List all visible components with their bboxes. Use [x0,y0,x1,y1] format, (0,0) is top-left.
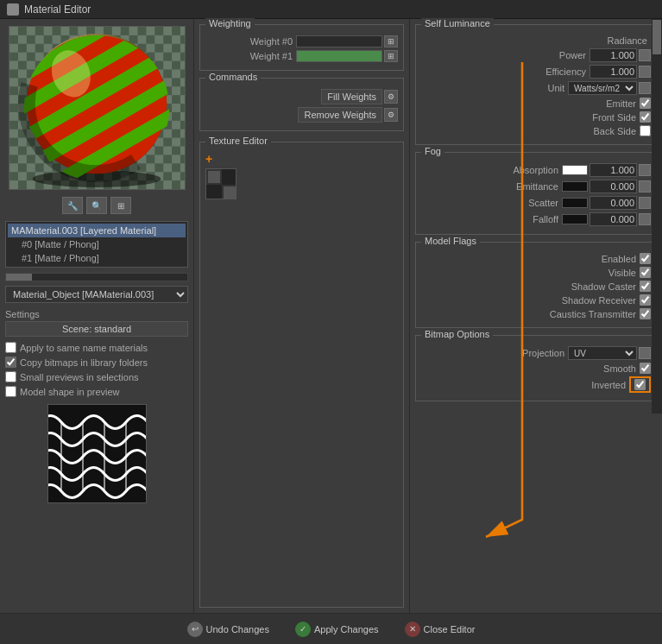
falloff-label: Falloff [533,214,558,224]
apply-icon: ✓ [295,622,311,637]
fill-weights-icon[interactable]: ⚙ [384,90,398,104]
emittance-label: Emittance [516,181,558,192]
falloff-input[interactable] [589,212,637,226]
material-tree-header[interactable]: MAMaterial.003 [Layered Material] [8,224,186,237]
smooth-row: Smooth [421,363,651,374]
falloff-color[interactable] [562,214,588,224]
model-flags-content: Enabled Visible Shadow Caster Shadow Rec… [416,243,656,327]
scatter-color[interactable] [562,198,588,208]
remove-weights-row: Remove Weights ⚙ [205,107,398,123]
weight-bar-1 [296,50,382,62]
texture-thumbnail [205,168,236,199]
projection-dropdown[interactable]: UV [568,346,637,360]
emittance-color[interactable] [562,181,588,192]
model-flags-title: Model Flags [421,236,480,246]
radiance-row: Radiance [421,35,651,46]
magnifier-button[interactable]: 🔍 [86,197,107,214]
checkbox-copy: Copy bitmaps in library folders [5,357,188,368]
scrollbar-thumb[interactable] [6,274,32,281]
weight-row-1: Weight #1 ⊞ [205,50,398,62]
back-side-checkbox[interactable] [640,125,651,136]
svg-rect-26 [224,186,236,199]
checkbox-apply-input[interactable] [5,342,16,353]
commands-content: Fill Weights ⚙ Remove Weights ⚙ [200,79,403,130]
smooth-label: Smooth [603,363,636,374]
weight-icon-1[interactable]: ⊞ [384,50,398,62]
checkbox-copy-label: Copy bitmaps in library folders [20,357,148,368]
unit-label: Unit [547,83,564,93]
unit-dropdown[interactable]: Watts/sr/m2 [568,81,637,95]
bottom-bar: ↩ Undo Changes ✓ Apply Changes ✕ Close E… [0,613,662,644]
efficiency-icon[interactable] [639,66,651,78]
fill-weights-button[interactable]: Fill Weights [321,89,382,104]
commands-title: Commands [205,72,261,82]
remove-weights-button[interactable]: Remove Weights [298,107,382,123]
undo-changes-button[interactable]: ↩ Undo Changes [187,622,269,637]
smooth-checkbox[interactable] [640,363,651,374]
apply-changes-button[interactable]: ✓ Apply Changes [295,622,379,637]
inverted-checkbox[interactable] [634,379,646,390]
texture-thumb-svg [206,169,236,199]
material-sub-item-0[interactable]: #0 [Matte / Phong] [8,237,186,251]
back-side-row: Back Side [421,125,651,136]
unit-icon[interactable] [639,82,651,94]
commands-group: Commands Fill Weights ⚙ Remove Weights ⚙ [199,78,404,131]
checkbox-copy-input[interactable] [5,357,16,368]
emittance-input[interactable] [589,180,637,193]
weighting-title: Weighting [205,18,255,28]
close-editor-button[interactable]: ✕ Close Editor [405,622,476,637]
horizontal-scrollbar[interactable] [5,273,188,281]
bitmap-options-group: Bitmap Options Projection UV Smooth [415,335,657,401]
close-label: Close Editor [424,624,476,635]
shadow-caster-row: Shadow Caster [421,281,651,292]
self-luminance-content: Radiance Power Efficiency Unit [416,25,656,144]
shadow-receiver-checkbox[interactable] [640,294,651,306]
right-scrollbar[interactable] [652,19,662,414]
caustics-transmitter-checkbox[interactable] [640,308,651,319]
absorption-icon[interactable] [639,164,651,176]
right-scrollbar-thumb[interactable] [653,20,661,54]
absorption-label: Absorption [513,165,558,175]
close-icon: ✕ [405,622,420,637]
absorption-color[interactable] [562,165,588,175]
title-bar: Material Editor [0,0,662,19]
preview-area [9,26,186,190]
scatter-row: Scatter [421,196,651,210]
efficiency-input[interactable] [589,65,637,79]
projection-icon[interactable] [639,347,651,359]
material-object-dropdown-row: Material_Object [MAMaterial.003] [5,286,188,303]
layers-button[interactable]: ⊞ [110,197,131,214]
wrench-button[interactable]: 🔧 [62,197,83,214]
unit-row: Unit Watts/sr/m2 [421,81,651,95]
shadow-caster-checkbox[interactable] [640,281,651,292]
remove-weights-icon[interactable]: ⚙ [384,108,398,122]
enabled-checkbox[interactable] [640,253,651,264]
texture-preview-svg [48,405,147,503]
power-icon[interactable] [639,49,651,61]
material-object-dropdown[interactable]: Material_Object [MAMaterial.003] [5,286,188,303]
svg-point-16 [26,34,166,174]
scatter-input[interactable] [589,196,637,210]
visible-checkbox[interactable] [640,267,651,278]
weight-row-0: Weight #0 ⊞ [205,35,398,47]
checkbox-model-shape-input[interactable] [5,386,16,397]
undo-icon: ↩ [187,622,203,637]
falloff-icon[interactable] [639,213,651,225]
emitter-checkbox[interactable] [640,98,651,109]
efficiency-row: Efficiency [421,65,651,79]
bottom-texture-preview [47,404,147,503]
projection-label: Projection [522,348,564,358]
weighting-group: Weighting Weight #0 ⊞ Weight #1 ⊞ [199,24,404,71]
scatter-icon[interactable] [639,197,651,209]
weight-icon-0[interactable]: ⊞ [384,35,398,47]
svg-rect-25 [208,171,220,183]
emittance-icon[interactable] [639,180,651,193]
material-sub-item-1[interactable]: #1 [Matte / Phong] [8,251,186,265]
fog-title: Fog [421,146,444,156]
add-texture-button[interactable]: + [205,153,218,165]
checkbox-small-previews-input[interactable] [5,371,16,382]
front-side-checkbox[interactable] [640,111,651,123]
absorption-input[interactable] [589,163,637,177]
power-input[interactable] [589,48,637,62]
texture-editor-group: Texture Editor + [199,142,404,608]
